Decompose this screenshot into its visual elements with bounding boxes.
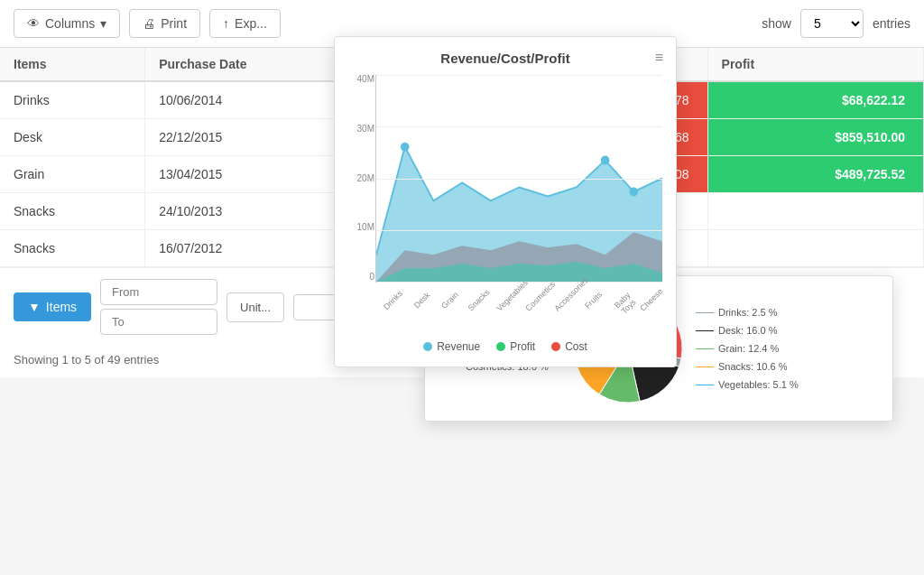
cell-item: Grain — [0, 156, 145, 193]
filter-label: Items — [46, 300, 77, 314]
pie-label-drinks: Drinks: 2.5 % — [696, 307, 813, 318]
cell-item: Desk — [0, 119, 145, 156]
show-label: show — [762, 16, 791, 31]
cell-item: Snacks — [0, 230, 145, 267]
cell-profit: $489,725.52 — [707, 156, 923, 193]
legend-revenue-label: Revenue — [437, 340, 480, 353]
legend-revenue-dot — [423, 342, 432, 351]
print-icon: 🖨 — [143, 16, 155, 31]
cell-profit: $859,510.00 — [707, 119, 923, 156]
pie-labels-right: Drinks: 2.5 % Desk: 16.0 % Grain: 12.4 %… — [696, 307, 813, 390]
pie-label-vegetables: Vegetables: 5.1 % — [696, 379, 813, 390]
export-button[interactable]: ↑ Exp... — [209, 9, 281, 38]
columns-chevron-icon: ▾ — [100, 16, 106, 31]
columns-icon: 👁 — [27, 16, 40, 31]
line-chart-overlay: Revenue/Cost/Profit ≡ 40M 30M 20M 10M 0 — [334, 36, 677, 367]
legend-cost-label: Cost — [565, 340, 587, 353]
chart-menu-icon[interactable]: ≡ — [655, 50, 663, 66]
filter-icon: ▼ — [28, 300, 41, 314]
legend-revenue: Revenue — [423, 340, 480, 353]
legend-profit: Profit — [496, 340, 535, 353]
print-label: Print — [161, 16, 187, 31]
cell-profit — [707, 230, 923, 267]
filter-items-button[interactable]: ▼ Items — [14, 292, 91, 321]
pie-label-snacks: Snacks: 10.6 % — [696, 361, 813, 372]
cell-item: Drinks — [0, 81, 145, 119]
export-icon: ↑ — [223, 16, 229, 31]
chart-area: 40M 30M 20M 10M 0 — [375, 75, 662, 283]
from-input[interactable] — [100, 279, 217, 305]
legend-profit-label: Profit — [510, 340, 535, 353]
cell-profit — [707, 193, 923, 230]
entries-select[interactable]: 5 10 25 50 100 — [800, 9, 864, 38]
columns-button[interactable]: 👁 Columns ▾ — [14, 9, 120, 38]
col-header-profit: Profit — [707, 48, 923, 81]
to-input[interactable] — [100, 309, 217, 335]
legend-cost: Cost — [551, 340, 587, 353]
chart-title: Revenue/Cost/Profit — [348, 51, 662, 66]
pie-label-grain: Grain: 12.4 % — [696, 343, 813, 354]
pie-label-desk: Desk: 16.0 % — [696, 325, 813, 336]
chart-gridlines — [376, 75, 662, 282]
x-axis-labels: Drinks Desk Grain Snacks Vegetables Cosm… — [375, 290, 662, 315]
entries-label: entries — [873, 16, 910, 31]
col-header-items: Items — [0, 48, 145, 81]
legend-profit-dot — [496, 342, 505, 351]
unit-filter-button[interactable]: Unit... — [226, 292, 284, 322]
chart-legend: Revenue Profit Cost — [348, 340, 662, 353]
print-button[interactable]: 🖨 Print — [129, 9, 200, 38]
y-axis-labels: 40M 30M 20M 10M 0 — [349, 75, 374, 282]
cell-profit: $68,622.12 — [707, 81, 923, 119]
columns-label: Columns — [45, 16, 95, 31]
cell-item: Snacks — [0, 193, 145, 230]
export-label: Exp... — [235, 16, 267, 31]
legend-cost-dot — [551, 342, 560, 351]
